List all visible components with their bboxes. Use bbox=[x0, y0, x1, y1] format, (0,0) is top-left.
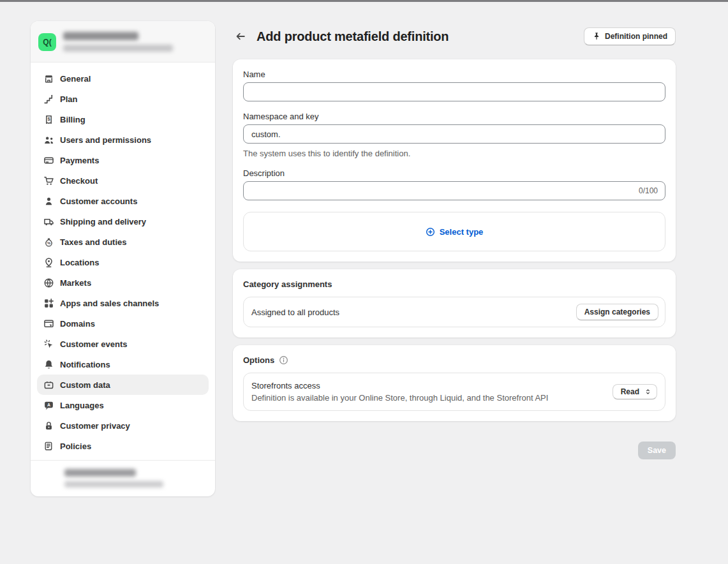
sidebar-item-label: Payments bbox=[60, 156, 99, 165]
user-avatar bbox=[40, 470, 57, 487]
chevron-up-down-icon bbox=[644, 388, 651, 396]
sidebar-item-label: Users and permissions bbox=[60, 135, 151, 145]
sidebar-item-general[interactable]: General bbox=[37, 68, 209, 89]
settings-nav: General Plan $ Billing Users and permiss… bbox=[31, 63, 215, 460]
sidebar-item-label: Apps and sales channels bbox=[60, 299, 159, 308]
cart-icon bbox=[43, 175, 54, 186]
sidebar-item-label: Taxes and duties bbox=[60, 237, 127, 247]
sidebar-item-label: Customer events bbox=[60, 339, 127, 349]
user-name-redacted bbox=[64, 469, 136, 477]
assignment-status-text: Assigned to all products bbox=[251, 308, 339, 317]
category-assignments-card: Category assignments Assigned to all pro… bbox=[233, 269, 676, 338]
svg-text:%: % bbox=[47, 241, 51, 245]
svg-text:$: $ bbox=[47, 116, 50, 122]
sidebar-item-custom-data[interactable]: Custom data bbox=[37, 375, 209, 395]
arrow-left-icon bbox=[235, 31, 246, 42]
cursor-click-icon bbox=[43, 339, 54, 350]
namespace-help-text: The system uses this to identify the def… bbox=[243, 149, 665, 158]
definition-pinned-label: Definition pinned bbox=[605, 32, 667, 41]
sidebar-item-plan[interactable]: Plan bbox=[37, 89, 209, 109]
plus-circle-icon bbox=[426, 227, 435, 237]
namespace-key-label: Namespace and key bbox=[243, 112, 665, 121]
name-input[interactable] bbox=[243, 82, 665, 101]
storefronts-access-row: Storefronts access Definition is availab… bbox=[243, 373, 665, 411]
sidebar-item-checkout[interactable]: Checkout bbox=[37, 170, 209, 191]
page-title: Add product metafield definition bbox=[256, 29, 449, 44]
store-domain-redacted bbox=[63, 45, 173, 52]
window-top-strip bbox=[0, 0, 728, 2]
category-assignments-heading: Category assignments bbox=[243, 279, 665, 289]
user-account[interactable] bbox=[31, 460, 215, 496]
truck-icon bbox=[43, 216, 54, 227]
domains-icon bbox=[43, 318, 54, 329]
store-icon bbox=[43, 73, 54, 84]
sidebar-item-languages[interactable]: A Languages bbox=[37, 395, 209, 415]
sidebar-item-label: Customer privacy bbox=[60, 421, 130, 431]
sidebar-item-notifications[interactable]: Notifications bbox=[37, 354, 209, 375]
lock-icon bbox=[43, 420, 54, 431]
sidebar-item-billing[interactable]: $ Billing bbox=[37, 109, 209, 130]
sidebar-item-shipping-delivery[interactable]: Shipping and delivery bbox=[37, 211, 209, 232]
namespace-key-input[interactable] bbox=[243, 124, 665, 144]
name-label: Name bbox=[243, 70, 665, 79]
sidebar-item-apps-sales-channels[interactable]: Apps and sales channels bbox=[37, 293, 209, 313]
sidebar-item-label: Customer accounts bbox=[60, 197, 137, 206]
sidebar-item-domains[interactable]: Domains bbox=[37, 313, 209, 334]
description-input[interactable] bbox=[243, 181, 665, 200]
assign-categories-label: Assign categories bbox=[584, 308, 650, 316]
sidebar-item-label: Plan bbox=[60, 94, 77, 104]
sidebar-item-label: Custom data bbox=[60, 380, 110, 390]
store-avatar: Q( bbox=[38, 33, 56, 51]
info-icon[interactable] bbox=[279, 355, 288, 365]
location-icon bbox=[43, 257, 54, 268]
save-button[interactable]: Save bbox=[638, 442, 676, 459]
sidebar-item-label: Billing bbox=[60, 115, 85, 124]
sidebar-item-label: Domains bbox=[60, 319, 95, 329]
select-type-label: Select type bbox=[440, 227, 484, 237]
options-card: Options Storefronts access Definition is… bbox=[233, 345, 676, 421]
sidebar-item-markets[interactable]: Markets bbox=[37, 272, 209, 293]
select-type-button[interactable]: Select type bbox=[426, 227, 484, 237]
sidebar-item-label: Languages bbox=[60, 401, 104, 410]
sidebar-item-customer-events[interactable]: Customer events bbox=[37, 334, 209, 354]
sidebar-item-customer-accounts[interactable]: Customer accounts bbox=[37, 191, 209, 211]
page-header: Add product metafield definition Definit… bbox=[233, 27, 676, 45]
payments-icon bbox=[43, 155, 54, 166]
main-content: Add product metafield definition Definit… bbox=[233, 27, 676, 459]
options-heading: Options bbox=[243, 355, 274, 365]
store-switcher[interactable]: Q( bbox=[31, 21, 215, 63]
sidebar-item-label: General bbox=[60, 74, 91, 84]
billing-icon: $ bbox=[43, 114, 54, 125]
custom-data-icon bbox=[43, 380, 54, 390]
storefronts-access-title: Storefronts access bbox=[251, 381, 548, 390]
plan-icon bbox=[43, 94, 54, 105]
user-email-redacted bbox=[64, 481, 163, 487]
tax-icon: % bbox=[43, 237, 54, 248]
store-name-redacted bbox=[63, 32, 138, 40]
sidebar-item-policies[interactable]: Policies bbox=[37, 436, 209, 456]
sidebar-item-label: Checkout bbox=[60, 176, 98, 186]
pin-icon bbox=[592, 32, 601, 41]
assign-categories-button[interactable]: Assign categories bbox=[576, 304, 658, 320]
back-button[interactable] bbox=[233, 29, 248, 44]
storefront-access-value: Read bbox=[621, 387, 639, 396]
users-icon bbox=[43, 135, 54, 145]
description-label: Description bbox=[243, 168, 665, 178]
category-assignment-row: Assigned to all products Assign categori… bbox=[243, 297, 665, 327]
sidebar-item-taxes-duties[interactable]: % Taxes and duties bbox=[37, 232, 209, 252]
sidebar-item-payments[interactable]: Payments bbox=[37, 150, 209, 170]
bell-icon bbox=[43, 359, 54, 370]
storefronts-access-description: Definition is available in your Online S… bbox=[251, 393, 548, 403]
apps-icon bbox=[43, 298, 54, 309]
sidebar-item-customer-privacy[interactable]: Customer privacy bbox=[37, 415, 209, 436]
person-icon bbox=[43, 196, 54, 207]
sidebar-item-locations[interactable]: Locations bbox=[37, 252, 209, 272]
sidebar-item-label: Markets bbox=[60, 278, 91, 288]
storefront-access-select[interactable]: Read bbox=[613, 384, 657, 399]
sidebar-item-users-permissions[interactable]: Users and permissions bbox=[37, 130, 209, 150]
sidebar-item-label: Notifications bbox=[60, 360, 110, 369]
svg-text:A: A bbox=[47, 403, 50, 407]
sidebar-item-label: Locations bbox=[60, 258, 99, 267]
policies-icon bbox=[43, 441, 54, 452]
definition-pinned-button[interactable]: Definition pinned bbox=[584, 27, 676, 45]
